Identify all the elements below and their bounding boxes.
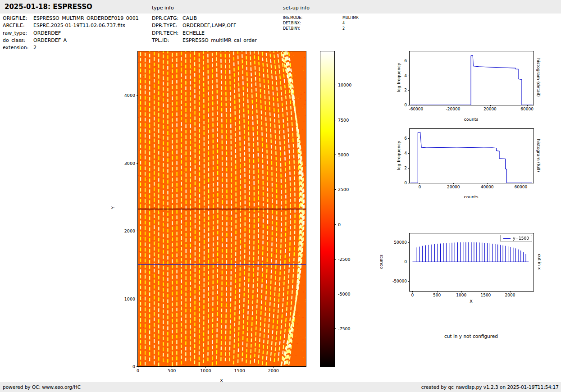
- colorbar-tick-mark: [334, 224, 336, 225]
- tick-mark: [137, 299, 138, 299]
- tick-mark: [408, 281, 410, 282]
- tick-label: 0: [419, 185, 421, 189]
- tick-mark: [205, 366, 206, 368]
- meta-value: ORDERDEF_A: [33, 37, 67, 43]
- tick-mark: [408, 153, 410, 154]
- legend-line-sample: [503, 238, 511, 239]
- meta-row: DPR.CATG:CALIB: [152, 15, 257, 22]
- histogram-detail-xlabel: counts: [409, 117, 533, 122]
- histogram-full-canvas: [410, 129, 534, 183]
- tick-label: 4: [404, 73, 407, 78]
- tick-label: 0: [132, 364, 135, 369]
- meta-value: 2: [33, 45, 36, 50]
- tick-label: 50000: [394, 240, 407, 245]
- tick-mark: [408, 105, 410, 105]
- meta-label: extension:: [3, 44, 33, 51]
- meta-row: INS.MODE:MULTIMR: [283, 15, 359, 21]
- meta-label: TPL.ID:: [152, 37, 182, 44]
- meta-label: DPR.TYPE:: [152, 22, 182, 29]
- cut-in-x-plot: y=1500 0500100015002000-50000050000: [409, 233, 534, 292]
- meta-row: DPR.TECH:ECHELLE: [152, 30, 257, 37]
- colorbar-gradient: [320, 51, 334, 366]
- histogram-full-side-label: histogram (full): [536, 139, 541, 172]
- histogram-detail-plot: -60000-2000020000600000246: [409, 51, 534, 105]
- tick-label: 40000: [481, 185, 494, 189]
- tick-label: 500: [168, 368, 176, 373]
- meta-label: raw_type:: [3, 30, 33, 37]
- tick-label: 20000: [447, 185, 460, 189]
- tick-label: 0: [137, 368, 139, 373]
- meta-row: DET.BINY:2: [283, 26, 359, 32]
- colorbar-tick-label: 10000: [338, 82, 351, 87]
- colorbar-tick-label: 5000: [338, 152, 349, 157]
- tick-mark: [408, 61, 410, 61]
- colorbar-tick-label: -2500: [338, 256, 351, 261]
- tick-label: 4: [404, 151, 407, 155]
- tick-mark: [408, 168, 410, 169]
- tick-mark: [453, 183, 454, 184]
- meta-row: do_class:ORDERDEF_A: [3, 37, 139, 44]
- tick-mark: [461, 291, 462, 292]
- meta-row: DET.BINX:4: [283, 21, 359, 26]
- meta-value: MULTIMR: [342, 16, 359, 20]
- meta-label: do_class:: [3, 37, 33, 44]
- meta-value: CALIB: [182, 15, 197, 21]
- file-info-block: ORIGFILE:ESPRESSO_MULTIMR_ORDERDEF019_00…: [3, 15, 139, 51]
- tick-label: 1500: [234, 368, 245, 373]
- tick-label: 0: [411, 293, 414, 297]
- tick-label: 60000: [520, 107, 534, 111]
- colorbar-tick-mark: [334, 259, 336, 260]
- colorbar-tick-mark: [334, 294, 336, 294]
- tick-label: 0: [404, 260, 407, 264]
- tick-label: 500: [433, 293, 441, 297]
- meta-value: 4: [342, 21, 345, 25]
- cut-in-x-ylabel: counts: [379, 255, 383, 269]
- tick-mark: [408, 138, 410, 139]
- page-title: 2025-01-18: ESPRESSO: [5, 3, 92, 11]
- meta-label: DPR.CATG:: [152, 15, 182, 22]
- colorbar-tick-mark: [334, 120, 336, 120]
- tick-label: -50000: [392, 279, 407, 283]
- setup-info-heading: set-up info: [283, 5, 310, 11]
- tick-label: 3000: [124, 160, 135, 165]
- tick-mark: [408, 183, 410, 183]
- meta-value: 2: [342, 27, 345, 31]
- meta-label: DET.BINX:: [283, 21, 342, 26]
- raw-image-plot: 050010001500200001000200030004000: [137, 51, 306, 367]
- meta-row: raw_type:ORDERDEF: [3, 30, 139, 37]
- tick-mark: [408, 76, 410, 76]
- tick-mark: [137, 95, 138, 96]
- cut-in-x-canvas: [410, 233, 534, 291]
- meta-label: ARCFILE:: [3, 22, 33, 29]
- meta-row: ARCFILE:ESPRE.2025-01-19T11:02:06.737.fi…: [3, 22, 139, 29]
- colorbar-tick-mark: [334, 155, 336, 155]
- tick-label: 60000: [515, 185, 528, 189]
- footer-right: created by qc_rawdisp.py v1.2.3 on 2025-…: [421, 384, 559, 390]
- histogram-full-plot: 02000040000600000246: [409, 128, 534, 183]
- setup-info-block: INS.MODE:MULTIMR DET.BINX:4 DET.BINY:2: [283, 15, 359, 32]
- footer-bar: powered by QC: www.eso.org/HC created by…: [0, 382, 561, 392]
- meta-value: ESPRESSO_multiMR_cal_order: [182, 37, 257, 43]
- meta-label: DPR.TECH:: [152, 30, 182, 37]
- tick-mark: [420, 183, 420, 184]
- colorbar-tick-mark: [334, 85, 336, 85]
- tick-label: 1000: [456, 293, 466, 297]
- histogram-detail-side-label: histogram (detail): [536, 58, 541, 96]
- cut-in-x-side-label: cut in x: [537, 254, 542, 269]
- colorbar-tick-mark: [334, 189, 336, 190]
- tick-mark: [412, 291, 413, 292]
- tick-mark: [453, 105, 453, 106]
- meta-row: TPL.ID:ESPRESSO_multiMR_cal_order: [152, 37, 257, 44]
- meta-label: ORIGFILE:: [3, 15, 33, 22]
- tick-mark: [408, 262, 410, 262]
- meta-value: ORDERDEF,LAMP,OFF: [182, 23, 236, 28]
- footer-left: powered by QC: www.eso.org/HC: [3, 384, 81, 390]
- meta-value: ECHELLE: [182, 30, 205, 36]
- tick-mark: [274, 366, 274, 368]
- tick-label: 2: [404, 166, 407, 170]
- y-axis-label: Y: [110, 206, 115, 209]
- colorbar-tick-mark: [334, 328, 336, 329]
- type-info-heading: type info: [152, 5, 174, 11]
- meta-value: ESPRE.2025-01-19T11:02:06.737.fits: [33, 23, 125, 28]
- tick-mark: [510, 291, 511, 292]
